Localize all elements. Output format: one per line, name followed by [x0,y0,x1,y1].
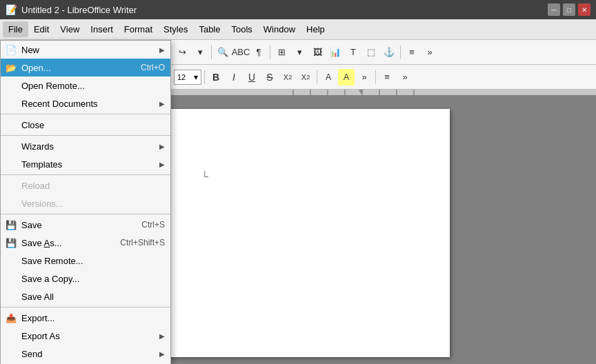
menu-window[interactable]: Window [258,21,301,37]
menu-view[interactable]: View [54,21,85,37]
save-remote-icon [5,254,17,267]
wizards-arrow: ▶ [159,143,165,150]
chart-btn[interactable]: 📊 [327,44,344,61]
menu-new-label: New [21,45,39,55]
textbox-btn[interactable]: T [345,44,361,61]
image-btn[interactable]: 🖼 [309,44,326,61]
open-remote-icon [5,79,17,92]
menu-open-label: Open... [21,63,51,73]
menu-save-all[interactable]: Save All [1,287,170,305]
versions-icon [5,197,17,210]
menu-wizards[interactable]: Wizards ▶ [1,137,170,155]
redo-arrow[interactable]: ▾ [192,44,208,61]
sep3 [211,46,212,59]
menu-export[interactable]: 📤 Export... [1,309,170,327]
table-arrow[interactable]: ▾ [291,44,308,61]
recent-arrow: ▶ [159,100,165,108]
menu-export-label: Export... [21,313,54,323]
superscript-btn[interactable]: X2 [279,69,296,85]
menu-open-remote-label: Open Remote... [21,81,85,91]
nonprint-btn[interactable]: ¶ [250,44,267,61]
new-icon: 📄 [5,43,17,56]
save-as-shortcut: Ctrl+Shift+S [120,238,165,247]
menu-save-all-label: Save All [21,292,54,302]
strikethrough-btn[interactable]: S [261,69,278,85]
menu-table[interactable]: Table [193,21,226,37]
redo-btn[interactable]: ↪ [174,44,190,61]
export-icon: 📤 [5,312,17,324]
menu-versions: Versions... [1,194,170,212]
menu-send-label: Send [21,349,42,359]
fsep3 [204,70,205,84]
sep-b [1,135,170,136]
fmt-more2[interactable]: » [397,69,413,85]
italic-btn[interactable]: I [226,69,242,85]
export-as-icon [5,330,17,342]
sep-e [1,307,170,307]
save-icon: 💾 [5,219,17,231]
document-page[interactable]: └ [146,109,450,357]
menu-wizards-label: Wizards [21,141,54,152]
new-arrow: ▶ [159,46,165,54]
minimize-button[interactable]: ─ [548,3,560,16]
menu-tools[interactable]: Tools [226,21,257,37]
font-color-btn[interactable]: A [320,69,337,85]
menu-save-as[interactable]: 💾 Save As... Ctrl+Shift+S [1,234,170,252]
menu-send[interactable]: Send ▶ [1,345,170,363]
menu-templates-label: Templates [21,159,62,170]
table-btn[interactable]: ⊞ [273,44,290,61]
menu-open[interactable]: 📂 Open... Ctrl+O [1,59,170,77]
align-left-btn[interactable]: ≡ [404,44,420,61]
menu-styles[interactable]: Styles [158,21,193,37]
menu-edit[interactable]: Edit [28,21,54,37]
menu-format[interactable]: Format [119,21,158,37]
highlight-btn[interactable]: A [338,69,355,85]
find-btn[interactable]: 🔍 [215,44,231,61]
menu-templates[interactable]: Templates ▶ [1,155,170,173]
menu-insert[interactable]: Insert [85,21,119,37]
field-btn[interactable]: ⬚ [363,44,379,61]
templates-arrow: ▶ [159,161,165,168]
menu-close[interactable]: Close [1,116,170,134]
menu-save-remote-label: Save Remote... [21,256,83,266]
app-icon: 📝 [6,4,17,15]
text-cursor: └ [201,171,211,181]
menu-close-label: Close [21,120,44,130]
more-btn[interactable]: » [421,44,438,61]
sep4 [270,46,270,59]
send-icon [5,347,17,360]
menu-save-label: Save [21,220,42,230]
menu-save[interactable]: 💾 Save Ctrl+S [1,216,170,234]
templates-icon [5,158,17,170]
open-shortcut: Ctrl+O [141,63,165,72]
menu-new[interactable]: 📄 New ▶ [1,41,170,59]
menu-export-as[interactable]: Export As ▶ [1,327,170,345]
export-as-arrow: ▶ [159,332,165,340]
menu-save-remote[interactable]: Save Remote... [1,252,170,270]
bold-btn[interactable]: B [208,69,224,85]
spellabc-btn[interactable]: ABC [232,44,249,61]
menu-reload-label: Reload [21,181,50,191]
menu-bar: File Edit View Insert Format Styles Tabl… [0,19,596,40]
menu-recent[interactable]: Recent Documents ▶ [1,94,170,112]
underline-btn[interactable]: U [244,69,260,85]
wizards-icon [5,140,17,152]
menu-recent-label: Recent Documents [21,99,98,109]
save-all-icon [5,290,17,303]
sep5 [400,46,401,59]
menu-save-copy[interactable]: Save a Copy... [1,270,170,287]
subscript-btn[interactable]: X2 [297,69,314,85]
font-size-selector[interactable]: 12 ▾ [174,70,201,85]
align-left-fmt[interactable]: ≡ [379,69,395,85]
menu-help[interactable]: Help [301,21,330,37]
menu-open-remote[interactable]: Open Remote... [1,77,170,94]
save-as-icon: 💾 [5,236,17,249]
send-arrow: ▶ [159,350,165,358]
menu-file[interactable]: File [3,21,28,37]
endnote-btn[interactable]: ⚓ [381,44,397,61]
save-copy-icon [5,272,17,285]
close-button[interactable]: ✕ [578,3,590,16]
menu-reload: Reload [1,176,170,194]
format-more[interactable]: » [356,69,372,85]
maximize-button[interactable]: □ [563,3,575,16]
